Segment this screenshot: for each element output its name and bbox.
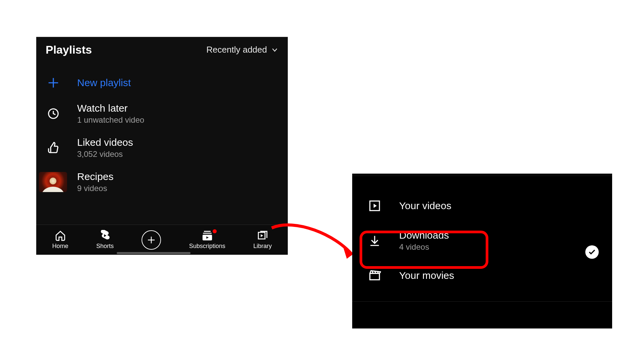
nav-subscriptions[interactable]: Subscriptions <box>189 230 225 250</box>
recipes-playlist-item[interactable]: Recipes 9 videos <box>36 165 288 199</box>
your-videos-label: Your videos <box>399 200 451 212</box>
svg-marker-2 <box>343 248 352 259</box>
plus-icon <box>46 75 61 90</box>
clock-icon <box>46 106 61 121</box>
your-videos-item[interactable]: Your videos <box>352 190 612 222</box>
sort-dropdown[interactable]: Recently added <box>206 45 278 55</box>
playlists-title: Playlists <box>46 43 92 56</box>
divider <box>352 301 612 302</box>
shorts-icon <box>99 230 111 241</box>
new-playlist-button[interactable]: New playlist <box>36 69 288 97</box>
nav-subscriptions-label: Subscriptions <box>189 243 225 250</box>
bottom-nav: Home Shorts Subscriptions Library <box>36 225 288 255</box>
liked-title: Liked videos <box>77 137 133 148</box>
recipes-title: Recipes <box>77 171 113 182</box>
nav-library[interactable]: Library <box>253 230 272 250</box>
playlists-list: New playlist Watch later 1 unwatched vid… <box>36 59 288 199</box>
your-movies-label: Your movies <box>399 270 454 281</box>
nav-shorts-label: Shorts <box>96 243 114 250</box>
your-movies-item[interactable]: Your movies <box>352 260 612 291</box>
plus-icon <box>146 235 156 245</box>
new-playlist-label: New playlist <box>77 77 131 88</box>
nav-home-label: Home <box>52 243 68 250</box>
liked-videos-item[interactable]: Liked videos 3,052 videos <box>36 131 288 165</box>
thumb-up-icon <box>46 140 61 156</box>
downloads-title: Downloads <box>399 230 449 241</box>
watch-later-item[interactable]: Watch later 1 unwatched video <box>36 97 288 131</box>
recipes-sub: 9 videos <box>77 184 113 193</box>
library-panel: Your videos Downloads 4 videos Your movi… <box>352 174 612 328</box>
playlists-header: Playlists Recently added <box>36 37 288 59</box>
sort-label: Recently added <box>206 45 267 55</box>
home-icon <box>55 230 66 241</box>
recipes-thumbnail <box>39 172 67 192</box>
liked-sub: 3,052 videos <box>77 149 133 159</box>
home-indicator <box>117 252 191 254</box>
playlists-panel: Playlists Recently added New playlist Wa… <box>36 37 288 255</box>
downloads-item[interactable]: Downloads 4 videos <box>352 222 612 260</box>
downloads-sub: 4 videos <box>399 242 449 252</box>
clapperboard-icon <box>367 268 382 283</box>
nav-home[interactable]: Home <box>52 230 68 250</box>
downloaded-check-icon <box>585 245 599 259</box>
notification-dot-icon <box>213 229 217 233</box>
chevron-down-icon <box>271 46 278 54</box>
download-icon <box>367 233 382 248</box>
watch-later-sub: 1 unwatched video <box>77 115 144 125</box>
watch-later-title: Watch later <box>77 103 144 114</box>
subscriptions-icon <box>202 230 213 241</box>
play-box-icon <box>367 198 382 214</box>
nav-shorts[interactable]: Shorts <box>96 230 114 250</box>
library-list: Your videos Downloads 4 videos Your movi… <box>352 176 612 302</box>
library-icon <box>257 230 268 241</box>
nav-library-label: Library <box>253 243 272 250</box>
nav-create[interactable] <box>142 230 161 250</box>
